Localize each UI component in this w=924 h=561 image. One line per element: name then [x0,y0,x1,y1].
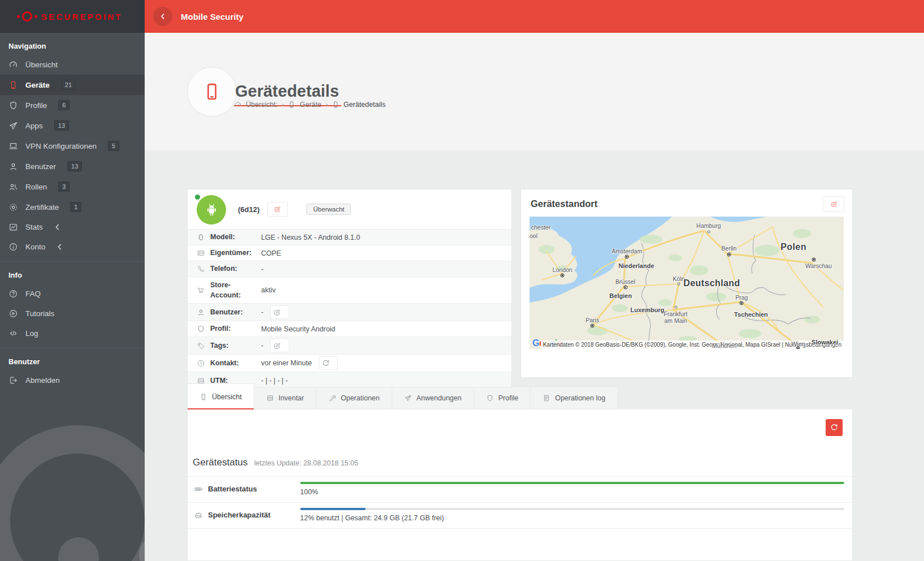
pencil-icon [274,205,281,213]
device-row-store-account: Store-Account: aktiv [188,277,511,303]
sidebar-item-label: FAQ [25,290,41,298]
breadcrumb-current: Gerätedetails [344,101,385,109]
device-info-card: (6d12) Überwacht Modell: LGE - Nexus 5X … [187,189,512,390]
edit-device-name-button[interactable] [267,202,288,217]
device-row-eigentuemer: Eigentümer: COPE [188,245,511,261]
battery-bar-text: 100% [300,488,844,496]
sidebar-item-tutorials[interactable]: Tutorials [0,304,145,323]
sidebar-item-label: Apps [25,122,43,130]
map-marker [591,324,595,328]
sidebar-item-rollen[interactable]: Rollen 3 [0,176,145,197]
sidebar-item-stats[interactable]: Stats [0,217,145,237]
sidebar-item-label: Geräte [25,81,50,89]
count-badge: 21 [61,80,76,90]
sidebar-item-label: Konto [25,243,45,251]
sidebar-item-abmelden[interactable]: Abmelden [0,370,145,390]
sidebar-item-profile[interactable]: Profile 6 [0,95,145,115]
info-icon [8,242,18,252]
map-marker [678,283,680,286]
tab-operationen-log[interactable]: Operationen log [531,387,618,409]
battery-icon [194,485,203,494]
map-marker [623,286,627,290]
device-location-card: Gerätestandort [520,189,853,378]
last-update-text: letztes Update: 28.08.2018 15:05 [254,459,358,467]
monitored-badge[interactable]: Überwacht [306,204,351,215]
edit-tags-button[interactable] [270,339,289,352]
chevron-left-icon [158,12,167,21]
sidebar-item-label: Log [25,329,38,338]
edit-location-button[interactable] [823,196,844,212]
device-row-kontakt: Kontakt: vor einer Minute [188,354,511,372]
tab-anwendungen[interactable]: Anwendungen [392,387,474,409]
pencil-icon [830,200,838,208]
sidebar-item-label: Übersicht [25,61,58,69]
count-badge: 5 [108,141,119,151]
brand-logo[interactable]: SECUREPOINT [0,0,145,33]
breadcrumb-geraete[interactable]: Geräte [300,101,321,109]
gauge-icon [234,101,242,109]
back-button[interactable] [153,7,172,26]
sidebar-item-benutzer[interactable]: Benutzer 13 [0,156,145,176]
page-avatar [187,67,237,116]
phone-handset-icon [197,265,205,273]
list-icon [266,394,274,402]
sidebar-item-log[interactable]: Log [0,323,145,343]
paper-plane-icon [404,394,412,402]
status-row-label: Batteriestatus [208,485,257,493]
nav-section-title: Info [0,262,145,284]
sidebar-item-apps[interactable]: Apps 13 [0,115,145,136]
count-badge: 13 [67,161,82,171]
pencil-icon [273,308,281,317]
row-value: COPE [261,249,281,257]
tag-icon [197,342,205,350]
tab-label: Operationen [341,394,380,402]
sidebar-item-geraete[interactable]: Geräte 21 [0,75,145,95]
gauge-icon [8,60,18,70]
device-row-tags: Tags: - [188,336,511,354]
smartphone-icon [202,81,222,102]
row-label: Modell: [210,232,256,242]
battery-bar-fill [300,482,844,484]
android-avatar [197,195,226,225]
tab-inventar[interactable]: Inventar [254,387,316,409]
row-label: Eigentümer: [210,248,256,258]
shield-icon [486,394,494,402]
breadcrumb-uebersicht[interactable]: Übersicht: [246,101,277,109]
row-value: - [261,308,263,316]
refresh-status-button[interactable] [826,419,843,436]
overview-tab-panel: Gerätestatus letztes Update: 28.08.2018 … [187,409,853,561]
tab-label: Operationen log [555,394,605,402]
page-hero: Gerätedetails Übersicht: › Geräte › Gerä… [145,33,924,151]
sidebar-item-konto[interactable]: Konto [0,237,145,257]
sidebar-item-label: Stats [25,223,43,231]
refresh-icon [830,423,839,432]
device-status-title: Gerätestatus [193,457,248,468]
paper-plane-icon [8,121,18,131]
device-row-telefon: Telefon: - [188,261,511,277]
map-marker [796,346,800,349]
map-canvas[interactable]: Google Kartendaten © 2018 GeoBasis-DE/BK… [530,217,844,349]
map-attribution-text: Kartendaten © 2018 GeoBasis-DE/BKG (©200… [543,342,785,348]
tab-uebersicht[interactable]: Übersicht [187,383,254,409]
sidebar-item-faq[interactable]: FAQ [0,284,145,304]
edit-user-button[interactable] [270,305,289,319]
sidebar-item-uebersicht[interactable]: Übersicht [0,55,145,75]
topbar-title: Mobile Security [181,12,244,21]
storage-bar-text: 12% benutzt | Gesamt: 24.9 GB (21.7 GB f… [300,514,844,522]
android-icon [204,202,219,218]
topbar: Mobile Security [145,0,924,33]
row-value: - [261,265,263,273]
refresh-contact-button[interactable] [319,356,338,370]
row-value: LGE - Nexus 5X - Android 8.1.0 [261,234,360,241]
tab-operationen[interactable]: Operationen [316,387,392,409]
row-value: - [261,342,263,349]
device-row-modell: Modell: LGE - Nexus 5X - Android 8.1.0 [188,229,511,245]
map-terms-link[interactable]: Nutzungsbedingungen [785,342,841,348]
device-status-header: Gerätestatus letztes Update: 28.08.2018 … [193,457,843,468]
battery-bar [300,482,844,484]
sidebar-item-vpn-konfigurationen[interactable]: VPN Konfigurationen 5 [0,136,145,156]
tab-profile[interactable]: Profile [474,387,531,409]
sidebar-item-zertifikate[interactable]: Zertifikate 1 [0,197,145,217]
main-content: (6d12) Überwacht Modell: LGE - Nexus 5X … [145,150,924,561]
breadcrumb-separator: › [326,101,328,109]
